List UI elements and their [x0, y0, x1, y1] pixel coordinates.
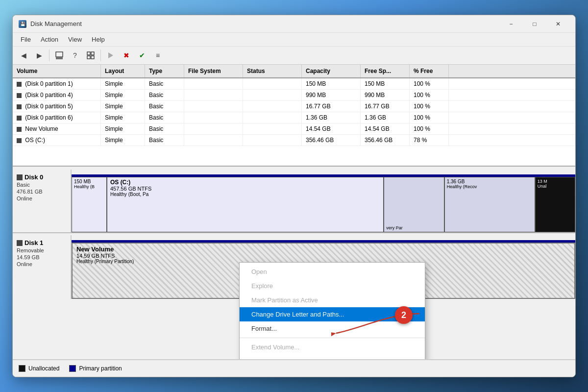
disk0-label: Disk 0 Basic 476.81 GB Online — [13, 170, 72, 232]
window-title: Disk Management — [30, 20, 500, 27]
table-row[interactable]: (Disk 0 partition 5) Simple Basic 16.77 … — [13, 101, 575, 112]
close-button[interactable]: ✕ — [547, 17, 569, 31]
cell-layout: Simple — [101, 101, 145, 112]
cell-status — [243, 112, 302, 123]
properties-button[interactable] — [52, 49, 66, 62]
cell-volume: (Disk 0 partition 6) — [13, 112, 101, 123]
disk0-icon — [17, 174, 23, 180]
cell-fs — [184, 78, 243, 89]
ctx-format[interactable]: Format... — [240, 321, 425, 336]
cell-freesp: 356.46 GB — [361, 135, 410, 146]
partition-size: 14.59 GB NTFS — [76, 253, 570, 259]
cell-volume: (Disk 0 partition 4) — [13, 90, 101, 100]
disk0-partition-c[interactable]: OS (C:) 457.56 GB NTFS Healthy (Boot, Pa — [107, 177, 384, 232]
cell-freesp: 990 MB — [361, 90, 410, 100]
cell-type: Basic — [145, 112, 184, 123]
check-button[interactable]: ✔ — [135, 49, 149, 62]
ctx-mark-active[interactable]: Mark Partition as Active — [240, 293, 425, 307]
list-button[interactable]: ≡ — [151, 49, 165, 62]
disk0-partition-1gb[interactable]: 1.36 GB Healthy (Recov — [444, 177, 535, 232]
partition-size: 1.36 GB — [447, 179, 533, 184]
cell-freesp: 150 MB — [361, 78, 410, 89]
table-row[interactable]: New Volume Simple Basic 14.54 GB 14.54 G… — [13, 123, 575, 135]
ctx-explore[interactable]: Explore — [240, 279, 425, 293]
ctx-extend-volume[interactable]: Extend Volume... — [240, 340, 425, 354]
disk1-type: Removable — [17, 247, 67, 253]
ctx-shrink-volume[interactable]: Shrink Volume... — [240, 354, 425, 359]
delete-button[interactable]: ✖ — [120, 49, 133, 62]
cell-pctfree: 78 % — [410, 135, 449, 146]
cell-layout: Simple — [101, 123, 145, 134]
help-button[interactable]: ? — [68, 49, 82, 62]
cell-capacity: 16.77 GB — [302, 101, 361, 112]
window-controls: − □ ✕ — [500, 17, 569, 31]
ctx-open[interactable]: Open — [240, 265, 425, 279]
menu-view[interactable]: View — [64, 34, 86, 45]
maximize-button[interactable]: □ — [523, 17, 546, 31]
cell-type: Basic — [145, 123, 184, 134]
cell-pctfree: 100 % — [410, 78, 449, 89]
partition-detail: 13 M — [538, 179, 573, 184]
legend-primary: Primary partition — [69, 365, 122, 372]
app-icon: 💾 — [19, 20, 26, 28]
header-volume: Volume — [13, 65, 101, 77]
disk1-size: 14.59 GB — [17, 254, 67, 260]
menu-file[interactable]: File — [17, 34, 35, 45]
cell-capacity: 356.46 GB — [302, 135, 361, 146]
partition-label: OS (C:) — [110, 179, 380, 186]
disk1-name: Disk 1 — [24, 239, 43, 246]
status-bar: Unallocated Primary partition — [13, 359, 575, 377]
legend-primary-box — [69, 365, 76, 372]
ctx-sep-1 — [240, 338, 425, 338]
table-row[interactable]: (Disk 0 partition 1) Simple Basic 150 MB… — [13, 78, 575, 90]
table-row[interactable]: (Disk 0 partition 6) Simple Basic 1.36 G… — [13, 112, 575, 123]
disk0-partition-1[interactable]: 150 MB Healthy (B — [72, 177, 107, 232]
svg-rect-5 — [87, 56, 90, 59]
header-fs: File System — [184, 65, 243, 77]
volume-icon — [17, 127, 22, 132]
volume-table: (Disk 0 partition 1) Simple Basic 150 MB… — [13, 78, 575, 167]
header-pctfree: % Free — [410, 65, 449, 77]
volume-icon — [17, 116, 22, 121]
cell-fs — [184, 112, 243, 123]
partition-label: New Volume — [76, 245, 570, 253]
cell-fs — [184, 90, 243, 100]
disk0-partition-recovery[interactable]: very Par — [384, 177, 444, 232]
annotation-2: 2 — [395, 306, 413, 324]
grid-button[interactable] — [84, 49, 98, 62]
title-bar: 💾 Disk Management − □ ✕ — [13, 15, 575, 33]
back-button[interactable]: ◀ — [17, 49, 30, 62]
disk-area: Disk 0 Basic 476.81 GB Online 150 MB Hea… — [13, 167, 575, 359]
cell-volume: OS (C:) — [13, 135, 101, 146]
minimize-button[interactable]: − — [500, 17, 522, 31]
cell-pctfree: 100 % — [410, 101, 449, 112]
legend-primary-label: Primary partition — [79, 365, 122, 372]
cell-pctfree: 100 % — [410, 90, 449, 100]
disk0-size: 476.81 GB — [17, 189, 67, 195]
cell-capacity: 14.54 GB — [302, 123, 361, 134]
cell-status — [243, 123, 302, 134]
forward-button[interactable]: ▶ — [32, 49, 46, 62]
svg-rect-6 — [91, 56, 94, 59]
volume-icon — [17, 104, 22, 109]
cell-layout: Simple — [101, 135, 145, 146]
menu-help[interactable]: Help — [88, 34, 109, 45]
header-freesp: Free Sp... — [361, 65, 410, 77]
cell-volume: New Volume — [13, 123, 101, 134]
partition-detail: Healthy (Recov — [447, 184, 533, 189]
cell-volume: (Disk 0 partition 1) — [13, 78, 101, 89]
svg-rect-4 — [91, 52, 94, 55]
menu-action[interactable]: Action — [37, 34, 62, 45]
table-row[interactable]: (Disk 0 partition 4) Simple Basic 990 MB… — [13, 90, 575, 101]
disk0-partition-unallocated[interactable]: 13 M Unal — [535, 177, 575, 232]
volume-icon — [17, 138, 22, 143]
cell-status — [243, 101, 302, 112]
arrow-button[interactable] — [104, 49, 118, 62]
partition-size: 150 MB — [74, 179, 104, 184]
disk-management-window: 💾 Disk Management − □ ✕ File Action View… — [12, 15, 576, 377]
cell-freesp: 14.54 GB — [361, 123, 410, 134]
volume-icon — [17, 82, 22, 87]
table-row[interactable]: OS (C:) Simple Basic 356.46 GB 356.46 GB… — [13, 135, 575, 146]
cell-type: Basic — [145, 101, 184, 112]
disk1-label: Disk 1 Removable 14.59 GB Online — [13, 235, 72, 299]
